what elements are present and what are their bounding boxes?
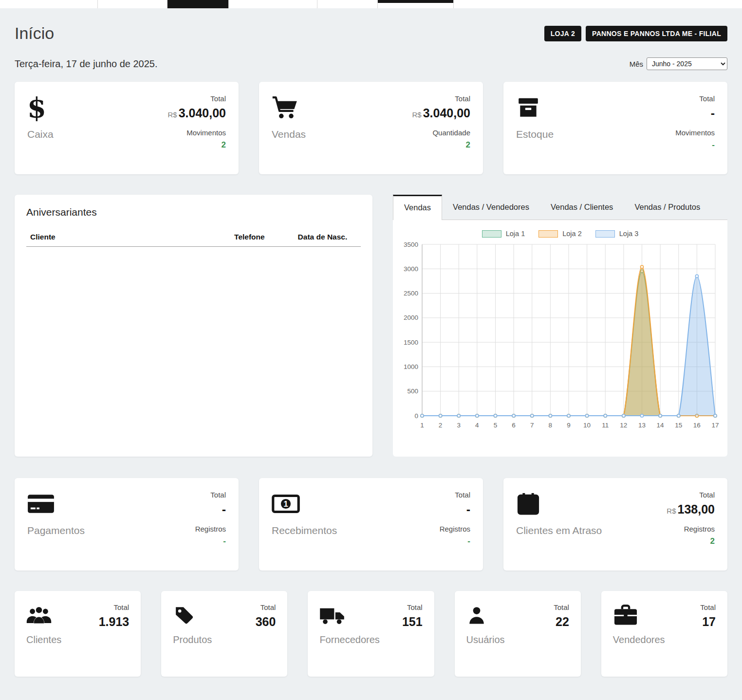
column-cliente: Cliente: [26, 233, 230, 247]
legend-swatch: [595, 230, 615, 238]
tab-vendas[interactable]: Vendas: [393, 195, 442, 220]
count-value: 151: [402, 615, 423, 629]
top-nav-item[interactable]: [378, 0, 454, 8]
chart-tabs: Vendas Vendas / Vendedores Vendas / Clie…: [393, 195, 727, 220]
clientes-em-atraso-card: Clientes em Atraso Total R$138,00 Regist…: [503, 478, 727, 571]
column-data-nasc: Data de Nasc.: [294, 233, 361, 247]
chart-legend: Loja 1Loja 2Loja 3: [399, 230, 722, 238]
count-value: 17: [700, 615, 716, 629]
sub-value: -: [675, 140, 715, 150]
sub-value: 2: [667, 536, 715, 546]
top-nav-item-active[interactable]: [167, 0, 229, 8]
top-nav-item[interactable]: [229, 0, 317, 8]
produtos-card: Produtos Total 360: [161, 591, 287, 677]
month-picker: Mês Junho - 2025: [630, 57, 727, 70]
svg-text:9: 9: [567, 422, 571, 429]
total-value: R$138,00: [667, 502, 715, 516]
legend-swatch: [482, 230, 501, 238]
truck-icon: [319, 603, 379, 627]
legend-item[interactable]: Loja 2: [538, 230, 582, 238]
svg-text:8: 8: [548, 422, 552, 429]
current-date: Terça-feira, 17 de junho de 2025.: [15, 58, 158, 70]
birthdays-table: Cliente Telefone Data de Nasc.: [26, 233, 361, 247]
sub-value: -: [195, 536, 226, 546]
total-label: Total: [675, 94, 715, 103]
legend-item[interactable]: Loja 1: [482, 230, 525, 238]
sub-value: 2: [167, 140, 226, 150]
sub-value: -: [440, 536, 470, 546]
dashboard-page: Início LOJA 2 PANNOS E PANNOS LTDA ME - …: [0, 8, 742, 691]
svg-text:3000: 3000: [403, 265, 418, 273]
month-select[interactable]: Junho - 2025: [647, 57, 727, 70]
total-label: Total: [700, 603, 716, 611]
legend-swatch: [538, 230, 558, 238]
total-value: -: [675, 106, 715, 120]
card-title: Estoque: [516, 129, 554, 140]
credit-card-icon: [27, 491, 85, 517]
tab-vendas-vendedores[interactable]: Vendas / Vendedores: [442, 195, 540, 220]
summary-cards-bottom: Pagamentos Total - Registros - 1 Recebim…: [15, 478, 727, 571]
page-header: Início LOJA 2 PANNOS E PANNOS LTDA ME - …: [15, 24, 727, 43]
svg-text:1500: 1500: [403, 339, 418, 346]
estoque-card: Estoque Total - Movimentos -: [503, 82, 727, 174]
svg-text:7: 7: [530, 422, 534, 429]
svg-text:6: 6: [512, 422, 516, 429]
card-title: Vendas: [272, 129, 306, 140]
top-nav-item[interactable]: [317, 0, 378, 8]
legend-label: Loja 1: [506, 230, 525, 238]
sub-label: Quantidade: [412, 129, 470, 137]
calendar-x-icon: [516, 491, 602, 517]
dollar-icon: $: [27, 94, 54, 121]
top-nav-item[interactable]: [98, 0, 167, 8]
tab-vendas-clientes[interactable]: Vendas / Clientes: [540, 195, 624, 220]
card-title: Pagamentos: [27, 525, 85, 536]
clientes-card: Clientes Total 1.913: [15, 591, 141, 677]
summary-cards-top: $ Caixa Total R$3.040,00 Movimentos 2: [15, 82, 727, 174]
briefcase-icon: [613, 603, 665, 627]
sales-area-chart: 0500100015002000250030003500123456789101…: [400, 239, 721, 433]
card-title: Vendedores: [613, 634, 665, 645]
total-value: -: [440, 502, 470, 516]
total-label: Total: [667, 491, 715, 499]
column-telefone: Telefone: [230, 233, 294, 247]
birthdays-title: Aniversariantes: [26, 206, 361, 218]
pagamentos-card: Pagamentos Total - Registros -: [15, 478, 239, 571]
total-label: Total: [195, 491, 226, 499]
total-label: Total: [256, 603, 276, 611]
total-label: Total: [554, 603, 569, 611]
company-badge: PANNOS E PANNOS LTDA ME - FILIAL: [586, 26, 727, 41]
total-label: Total: [99, 603, 130, 611]
card-title: Recebimentos: [272, 525, 337, 536]
month-label: Mês: [630, 60, 643, 68]
count-value: 1.913: [99, 615, 130, 629]
total-label: Total: [167, 94, 226, 103]
svg-text:15: 15: [675, 422, 682, 429]
svg-text:5: 5: [493, 422, 497, 429]
svg-text:13: 13: [638, 422, 645, 429]
user-icon: [466, 603, 505, 627]
sub-label: Registros: [667, 525, 715, 533]
sub-value: 2: [412, 140, 470, 150]
tag-icon: [173, 603, 212, 627]
sub-label: Registros: [195, 525, 226, 533]
svg-text:1: 1: [283, 499, 288, 509]
total-value: -: [195, 502, 226, 516]
card-title: Produtos: [173, 634, 212, 645]
middle-row: Aniversariantes Cliente Telefone Data de…: [15, 195, 727, 457]
tab-vendas-produtos[interactable]: Vendas / Produtos: [624, 195, 711, 220]
svg-text:2500: 2500: [403, 290, 418, 297]
svg-text:11: 11: [602, 422, 609, 429]
top-nav-item[interactable]: [0, 0, 98, 8]
count-cards-row: Clientes Total 1.913 Produtos Total 360: [15, 591, 727, 677]
legend-item[interactable]: Loja 3: [595, 230, 639, 238]
svg-text:2: 2: [438, 422, 442, 429]
svg-text:3: 3: [457, 422, 461, 429]
card-title: Fornecedores: [319, 634, 379, 645]
top-nav-item[interactable]: [454, 0, 742, 8]
svg-text:3500: 3500: [403, 241, 418, 248]
vendas-card: Vendas Total R$3.040,00 Quantidade 2: [259, 82, 483, 174]
card-title: Usuários: [466, 634, 505, 645]
sales-panel: Vendas Vendas / Vendedores Vendas / Clie…: [393, 195, 727, 457]
total-label: Total: [412, 94, 470, 103]
sales-chart-panel: Loja 1Loja 2Loja 3 050010001500200025003…: [393, 220, 727, 457]
